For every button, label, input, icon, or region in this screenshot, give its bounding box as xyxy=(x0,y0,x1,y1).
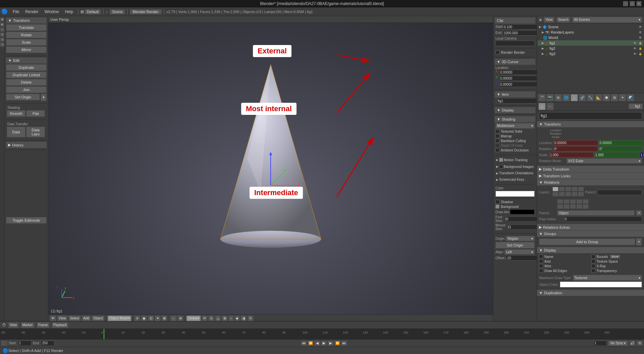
item-name-field[interactable] xyxy=(497,98,537,103)
viewport-icon-11[interactable]: ⊞ xyxy=(222,315,228,321)
viewport-add-btn[interactable]: Add xyxy=(82,315,91,321)
dof-check[interactable] xyxy=(495,143,499,147)
layer-4[interactable] xyxy=(572,187,578,191)
next-keyframe-btn[interactable]: ⏩ xyxy=(334,341,340,346)
layout-dropdown[interactable]: Default xyxy=(85,9,101,14)
start-frame-input[interactable] xyxy=(18,341,32,346)
loc-y-input[interactable] xyxy=(599,140,643,145)
color-swatch[interactable] xyxy=(495,191,535,197)
transparency-check[interactable] xyxy=(591,269,595,273)
prop-icon-particles[interactable]: ✦ xyxy=(619,94,626,101)
next-frame-btn[interactable]: ▶ xyxy=(328,341,334,346)
viewport-canvas[interactable]: External Most internal Intermediate X Y … xyxy=(48,23,493,314)
backface-culling-check[interactable] xyxy=(495,139,499,143)
join-btn[interactable]: Join xyxy=(6,86,47,93)
set-origin-dropdown[interactable]: ▼ xyxy=(41,94,47,101)
mode-icon-2[interactable]: ▶ xyxy=(0,23,4,27)
jump-start-btn[interactable]: ⏮ xyxy=(301,341,307,346)
menu-help[interactable]: Help xyxy=(62,9,76,15)
max-draw-type-dropdown[interactable]: Textured ▾ xyxy=(573,275,642,281)
prop-icon-modifiers[interactable]: 🔧 xyxy=(587,94,594,101)
shadow-check[interactable] xyxy=(495,200,499,204)
prop-icon-constraints[interactable]: 🔗 xyxy=(579,94,586,101)
maximize-button[interactable]: □ xyxy=(630,1,635,6)
outliner-search-btn[interactable]: Search xyxy=(556,17,571,23)
mode-icon-3[interactable]: ↕ xyxy=(0,28,4,32)
parent-link-btn[interactable]: ↗ xyxy=(636,210,642,216)
layer-12[interactable] xyxy=(564,199,570,204)
layer-9[interactable] xyxy=(572,192,578,196)
bounds-type-dropdown[interactable]: Box▾ xyxy=(610,255,620,259)
jump-end-btn[interactable]: ⏭ xyxy=(341,341,347,346)
viewport-select-btn[interactable]: Select xyxy=(68,315,81,321)
parent-dropdown[interactable]: Object xyxy=(557,210,635,216)
cursor-z[interactable] xyxy=(499,82,537,87)
scale-z-input[interactable] xyxy=(640,152,644,158)
prop-icon-world[interactable]: 🌐 xyxy=(562,94,570,101)
mode-icon-5[interactable]: ⊙ xyxy=(0,38,4,42)
layer-3[interactable] xyxy=(565,187,571,191)
flat-btn[interactable]: Flat xyxy=(26,110,45,117)
prop-icon-texture[interactable]: ⊠ xyxy=(611,94,618,101)
global-dropdown[interactable]: Global ▾ xyxy=(186,315,201,321)
viewport-icon-5[interactable]: ⊠ xyxy=(161,315,167,321)
mode-icon-6[interactable]: ✎ xyxy=(0,43,4,47)
duplication-header[interactable]: ▼ Duplication xyxy=(537,290,644,296)
transform-header[interactable]: ▼ Transform xyxy=(6,17,47,24)
ambient-occlusion-check[interactable] xyxy=(495,148,499,152)
timeline-nav-icon[interactable]: 🎥 xyxy=(1,341,7,346)
menu-render[interactable]: Render xyxy=(22,9,41,15)
viewport-icon-6[interactable]: ↔ xyxy=(170,315,177,321)
viewport[interactable]: User Persp xyxy=(48,16,493,321)
viewport-icon-7[interactable]: ⊕ xyxy=(177,315,183,321)
align-dropdown[interactable]: Left ▾ xyxy=(504,249,535,255)
layer-7[interactable] xyxy=(559,192,565,196)
layer-14[interactable] xyxy=(576,199,582,204)
axis-check[interactable] xyxy=(539,259,543,263)
layer-16[interactable] xyxy=(557,204,563,209)
prop-icon-scene[interactable]: 🎬 xyxy=(538,94,546,101)
cursor-y[interactable] xyxy=(499,76,537,81)
add-to-group-btn[interactable]: Add to Group xyxy=(539,238,635,245)
engine-dropdown[interactable]: Blender Render xyxy=(130,9,162,14)
layer-13[interactable] xyxy=(570,199,576,204)
timeline-playback-btn[interactable]: Playback xyxy=(52,322,69,328)
timeline-marker-btn[interactable]: Marker xyxy=(21,322,35,328)
duplicate-btn[interactable]: Duplicate xyxy=(6,64,47,71)
item-header[interactable]: ▼ Item xyxy=(495,91,535,97)
layer-19[interactable] xyxy=(576,204,582,209)
scene-field[interactable]: Scene xyxy=(110,9,125,14)
rotation-mode-dropdown[interactable]: XYZ Euler ▾ xyxy=(567,158,642,164)
parent-input[interactable] xyxy=(597,190,642,195)
prop-icon-data[interactable]: 📐 xyxy=(595,94,602,101)
obj-icon-2[interactable]: ↔ xyxy=(546,103,554,110)
prop-icon-render[interactable]: 📷 xyxy=(546,94,554,101)
prev-keyframe-btn[interactable]: ⏪ xyxy=(308,341,314,346)
viewport-icon-1[interactable]: ⊙ xyxy=(134,315,140,321)
object-name-field[interactable]: △ fig1 xyxy=(629,103,643,109)
toggle-editmode-btn[interactable]: Toggle Editmode xyxy=(6,217,47,224)
outliner-scene[interactable]: ▶ 🔷 Scene 👁 xyxy=(538,24,643,30)
viewport-icon-10[interactable]: △ xyxy=(215,315,221,321)
audio-btn[interactable]: 🔊 xyxy=(629,341,635,346)
font-size-field[interactable] xyxy=(503,216,537,222)
relations-header[interactable]: ▼ Relations xyxy=(537,179,644,185)
play-btn[interactable]: ▶ xyxy=(321,341,327,346)
relations-extras-header[interactable]: ▶ Relations Extras xyxy=(537,224,644,230)
delete-btn[interactable]: Delete xyxy=(6,79,47,86)
motion-tracking-check[interactable] xyxy=(499,158,503,162)
groups-header[interactable]: ▼ Groups xyxy=(537,230,644,237)
viewport-icon-2[interactable]: ◉ xyxy=(141,315,147,321)
data-layout-btn[interactable]: Data Layo xyxy=(26,127,45,137)
origin-dropdown[interactable]: Region ▾ xyxy=(506,236,535,241)
set-origin-btn-2[interactable]: Set Origin xyxy=(495,242,535,249)
mouse-size-field[interactable] xyxy=(506,224,537,230)
close-button[interactable]: ✕ xyxy=(637,1,641,6)
scale-x-input[interactable] xyxy=(549,152,594,158)
layer-20[interactable] xyxy=(583,204,589,209)
pass-index-input[interactable] xyxy=(564,216,642,222)
rot-y-input[interactable] xyxy=(598,146,643,151)
texture-space-check[interactable] xyxy=(591,259,595,263)
clip-end-field[interactable] xyxy=(503,30,537,36)
prev-frame-btn[interactable]: ◀ xyxy=(314,341,320,346)
